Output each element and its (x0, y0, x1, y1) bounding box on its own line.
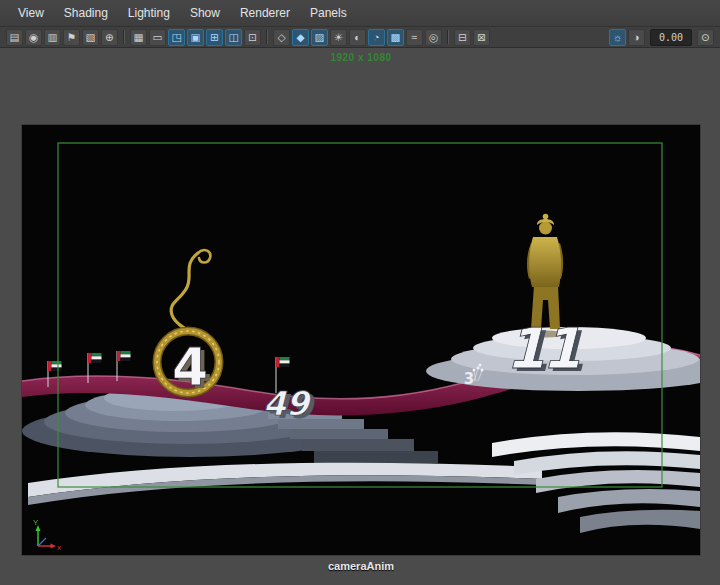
menu-view[interactable]: View (8, 0, 54, 26)
isolate-select-icon[interactable]: ⊟ (454, 29, 471, 46)
gamma-icon[interactable]: ⊙ (697, 29, 714, 46)
menu-show[interactable]: Show (180, 0, 230, 26)
motion-blur-icon[interactable]: ≈ (406, 29, 423, 46)
exposure-field[interactable] (650, 29, 692, 46)
textured-icon[interactable]: ▨ (311, 29, 328, 46)
menu-lighting[interactable]: Lighting (118, 0, 180, 26)
camera-select-icon[interactable]: ▤ (6, 29, 23, 46)
depth-of-field-icon[interactable]: ◎ (425, 29, 442, 46)
menu-shading[interactable]: Shading (54, 0, 118, 26)
resolution-gate-label: 1920 x 1080 (22, 52, 700, 63)
film-gate-icon[interactable]: ▭ (149, 29, 166, 46)
menu-panels[interactable]: Panels (300, 0, 357, 26)
toolbar-exposure-group: ☼ ◑ ⊙ (608, 29, 715, 46)
contrast-icon[interactable]: ◑ (628, 29, 645, 46)
camera-attributes-icon[interactable]: ▥ (44, 29, 61, 46)
ring-number: 4 (172, 337, 208, 397)
exposure-icon[interactable]: ☼ (609, 29, 626, 46)
toolbar-separator (447, 30, 449, 44)
field-chart-icon[interactable]: ⊞ (206, 29, 223, 46)
panel-toolbar: ▤ ◉ ▥ ⚑ ▧ ⊕ ▦ ▭ ◳ ▣ ⊞ ◫ ⊡ ◇ ◆ ▨ ☀ ◐ ◔ ▩ … (0, 27, 720, 48)
safe-title-icon[interactable]: ⊡ (244, 29, 261, 46)
camera-name-label: cameraAnim (22, 560, 700, 572)
shadows-icon[interactable]: ◐ (349, 29, 366, 46)
xray-icon[interactable]: ⊠ (473, 29, 490, 46)
viewport[interactable]: 1920 x 1080 (0, 48, 720, 585)
bookmark-icon[interactable]: ⚑ (63, 29, 80, 46)
safe-action-icon[interactable]: ◫ (225, 29, 242, 46)
resolution-gate-icon[interactable]: ◳ (168, 29, 185, 46)
panel-menu-bar: View Shading Lighting Show Renderer Pane… (0, 0, 720, 27)
scene-render: 11 11 49 49 3 (22, 125, 700, 555)
camera-lock-icon[interactable]: ◉ (25, 29, 42, 46)
ambient-occlusion-icon[interactable]: ◔ (368, 29, 385, 46)
camera-view[interactable]: 11 11 49 49 3 (22, 125, 700, 555)
smooth-shade-icon[interactable]: ◆ (292, 29, 309, 46)
toolbar-separator (123, 30, 125, 44)
wireframe-icon[interactable]: ◇ (273, 29, 290, 46)
anti-alias-icon[interactable]: ▩ (387, 29, 404, 46)
small-number: 3 (464, 370, 474, 388)
maya-viewport-panel: View Shading Lighting Show Renderer Pane… (0, 0, 720, 585)
gate-mask-icon[interactable]: ▣ (187, 29, 204, 46)
mid-number: 49 (263, 384, 312, 423)
pan-zoom-icon[interactable]: ⊕ (101, 29, 118, 46)
lights-icon[interactable]: ☀ (330, 29, 347, 46)
podium-number: 11 (506, 316, 579, 381)
grid-icon[interactable]: ▦ (130, 29, 147, 46)
toolbar-separator (266, 30, 268, 44)
axis-y-label: Y (33, 518, 39, 527)
axis-x-label: x (57, 543, 61, 552)
image-plane-icon[interactable]: ▧ (82, 29, 99, 46)
menu-renderer[interactable]: Renderer (230, 0, 300, 26)
